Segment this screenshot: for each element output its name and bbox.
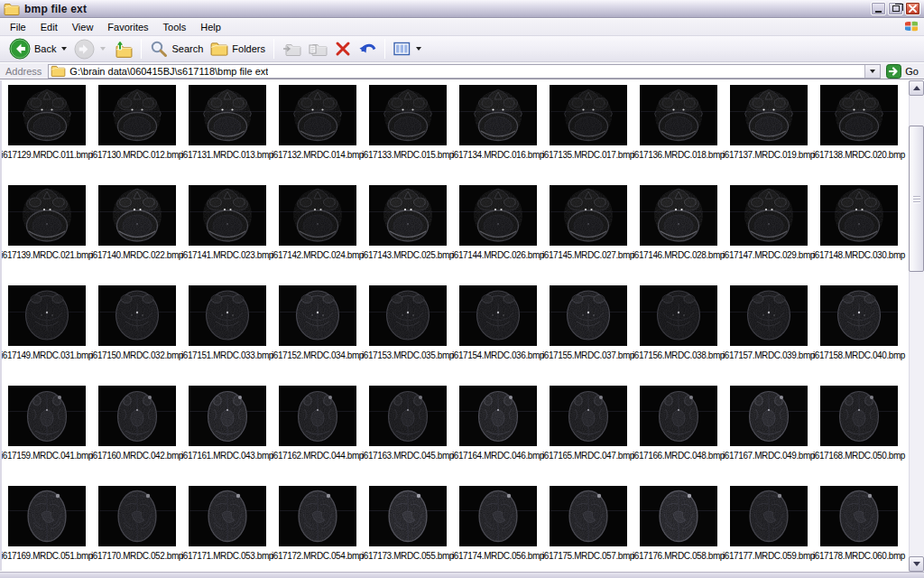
file-thumbnail[interactable]	[98, 386, 176, 446]
file-thumbnail[interactable]	[730, 285, 808, 346]
file-thumbnail[interactable]	[369, 386, 447, 446]
views-button[interactable]	[390, 40, 425, 58]
file-thumbnail[interactable]	[820, 386, 898, 446]
file-thumbnail[interactable]	[189, 486, 266, 546]
file-thumbnail[interactable]	[8, 486, 86, 546]
file-item[interactable]: i617139.MRDC.021.bmp	[2, 185, 92, 285]
file-item[interactable]: i617174.MRDC.056.bmp	[453, 486, 543, 571]
file-item[interactable]: i617157.MRDC.039.bmp	[724, 285, 814, 386]
file-item[interactable]: i617163.MRDC.045.bmp	[363, 386, 453, 486]
file-item[interactable]: i617150.MRDC.032.bmp	[92, 285, 182, 386]
file-item[interactable]: i617143.MRDC.025.bmp	[363, 185, 453, 285]
forward-button[interactable]	[70, 37, 109, 61]
file-item[interactable]: i617162.MRDC.044.bmp	[273, 386, 363, 486]
copy-to-button[interactable]	[305, 40, 331, 59]
file-thumbnail[interactable]	[459, 486, 537, 546]
folders-button[interactable]: Folders	[207, 40, 269, 58]
file-thumbnail[interactable]	[820, 486, 898, 546]
file-item[interactable]: i617168.MRDC.050.bmp	[814, 386, 904, 486]
file-thumbnail[interactable]	[279, 285, 356, 346]
file-thumbnail[interactable]	[369, 486, 447, 546]
file-item[interactable]: i617142.MRDC.024.bmp	[273, 185, 363, 285]
file-item[interactable]: i617135.MRDC.017.bmp	[543, 85, 633, 185]
file-thumbnail[interactable]	[640, 486, 717, 546]
file-thumbnail[interactable]	[730, 85, 808, 145]
file-item[interactable]: i617175.MRDC.057.bmp	[543, 486, 633, 571]
file-thumbnail[interactable]	[369, 185, 447, 246]
undo-button[interactable]	[355, 39, 380, 59]
file-item[interactable]: i617167.MRDC.049.bmp	[724, 386, 814, 486]
file-thumbnail[interactable]	[279, 386, 356, 446]
file-thumbnail[interactable]	[640, 285, 717, 346]
file-thumbnail[interactable]	[550, 185, 627, 246]
file-thumbnail[interactable]	[369, 285, 447, 346]
file-thumbnail[interactable]	[820, 285, 898, 346]
address-combobox[interactable]: G:\brain data\060415BJ\s617118\bmp file …	[48, 64, 881, 79]
file-item[interactable]: i617171.MRDC.053.bmp	[182, 486, 273, 571]
menu-item-edit[interactable]: Edit	[33, 20, 65, 34]
menu-item-help[interactable]: Help	[193, 20, 228, 34]
go-button[interactable]: Go	[886, 64, 919, 79]
file-thumbnail[interactable]	[730, 486, 808, 546]
file-item[interactable]: i617169.MRDC.051.bmp	[2, 486, 92, 571]
file-thumbnail[interactable]	[279, 85, 356, 145]
restore-button[interactable]	[888, 2, 903, 15]
up-button[interactable]	[109, 38, 136, 60]
file-item[interactable]: i617133.MRDC.015.bmp	[363, 85, 453, 185]
file-thumbnail[interactable]	[98, 285, 176, 346]
file-thumbnail[interactable]	[550, 285, 627, 346]
delete-button[interactable]	[331, 39, 355, 59]
back-dropdown-caret[interactable]	[61, 47, 67, 51]
vertical-scrollbar[interactable]	[909, 80, 924, 572]
file-thumbnail[interactable]	[369, 85, 447, 145]
views-dropdown-caret[interactable]	[416, 47, 421, 51]
file-thumbnail[interactable]	[640, 85, 717, 145]
file-item[interactable]: i617160.MRDC.042.bmp	[92, 386, 182, 486]
file-item[interactable]: i617134.MRDC.016.bmp	[453, 85, 543, 185]
file-item[interactable]: i617161.MRDC.043.bmp	[182, 386, 273, 486]
menu-item-view[interactable]: View	[65, 20, 101, 34]
file-thumbnail[interactable]	[550, 486, 627, 546]
file-thumbnail[interactable]	[820, 185, 898, 246]
file-item[interactable]: i617146.MRDC.028.bmp	[633, 185, 724, 285]
file-thumbnail[interactable]	[8, 285, 86, 346]
file-item[interactable]: i617152.MRDC.034.bmp	[273, 285, 363, 386]
file-item[interactable]: i617176.MRDC.058.bmp	[633, 486, 724, 571]
scroll-down-button[interactable]	[909, 556, 924, 572]
scroll-thumb[interactable]	[909, 126, 924, 272]
menu-item-favorites[interactable]: Favorites	[100, 20, 155, 34]
file-thumbnail[interactable]	[459, 386, 537, 446]
file-thumbnail[interactable]	[550, 386, 627, 446]
menu-item-file[interactable]: File	[3, 20, 33, 34]
file-item[interactable]: i617147.MRDC.029.bmp	[724, 185, 814, 285]
file-item[interactable]: i617170.MRDC.052.bmp	[92, 486, 182, 571]
file-thumbnail[interactable]	[189, 185, 266, 246]
file-item[interactable]: i617166.MRDC.048.bmp	[633, 386, 724, 486]
file-item[interactable]: i617144.MRDC.026.bmp	[453, 185, 543, 285]
file-thumbnail[interactable]	[98, 85, 176, 145]
file-thumbnail[interactable]	[640, 185, 717, 246]
file-thumbnail[interactable]	[8, 85, 86, 145]
back-button[interactable]: Back	[5, 36, 70, 61]
file-item[interactable]: i617154.MRDC.036.bmp	[453, 285, 543, 386]
file-thumbnail[interactable]	[730, 185, 808, 246]
file-thumbnail[interactable]	[550, 85, 627, 145]
move-to-button[interactable]	[279, 40, 305, 59]
file-item[interactable]: i617178.MRDC.060.bmp	[814, 486, 904, 571]
file-thumbnail[interactable]	[459, 285, 537, 346]
file-item[interactable]: i617149.MRDC.031.bmp	[2, 285, 92, 386]
file-item[interactable]: i617131.MRDC.013.bmp	[182, 85, 273, 185]
file-item[interactable]: i617177.MRDC.059.bmp	[724, 486, 814, 571]
address-input[interactable]: G:\brain data\060415BJ\s617118\bmp file …	[69, 66, 268, 77]
file-thumbnail[interactable]	[189, 85, 266, 145]
file-item[interactable]: i617132.MRDC.014.bmp	[273, 85, 363, 185]
file-item[interactable]: i617165.MRDC.047.bmp	[543, 386, 633, 486]
menu-item-tools[interactable]: Tools	[156, 20, 194, 34]
close-button[interactable]	[905, 2, 920, 15]
file-item[interactable]: i617141.MRDC.023.bmp	[182, 185, 273, 285]
file-item[interactable]: i617140.MRDC.022.bmp	[92, 185, 182, 285]
file-thumbnail[interactable]	[189, 285, 266, 346]
file-thumbnail[interactable]	[730, 386, 808, 446]
file-item[interactable]: i617136.MRDC.018.bmp	[633, 85, 724, 185]
file-thumbnail[interactable]	[459, 185, 537, 246]
